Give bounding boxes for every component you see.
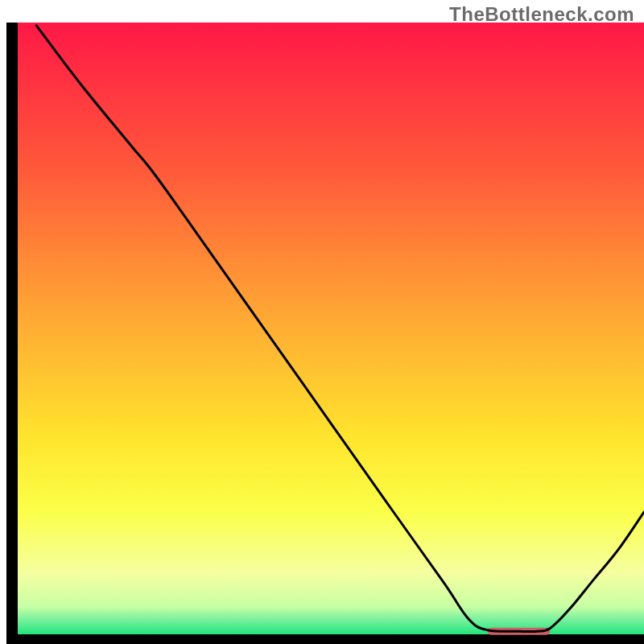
bottleneck-chart [0,0,644,644]
chart-container: TheBottleneck.com [0,0,644,644]
x-axis [6,634,644,644]
plot-background [18,23,644,634]
watermark-text: TheBottleneck.com [449,3,634,26]
y-axis [6,23,18,644]
